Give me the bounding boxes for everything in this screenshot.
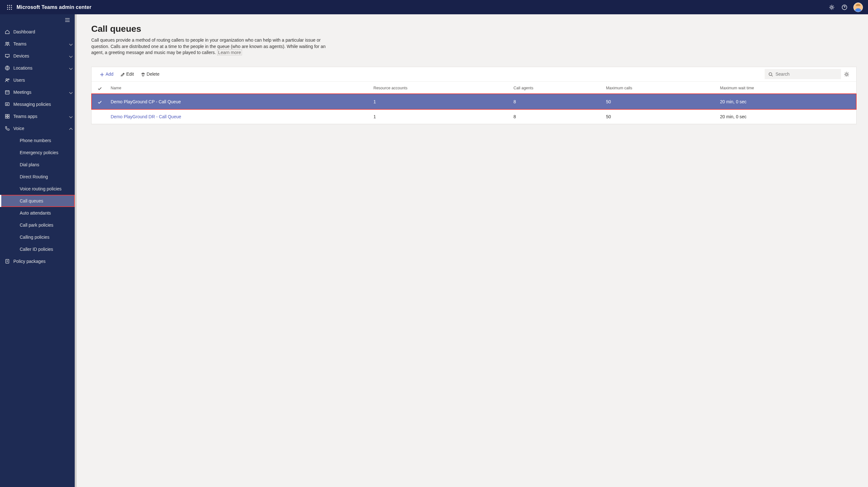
cell-call-agents: 8 xyxy=(510,109,602,124)
search-input[interactable] xyxy=(775,71,838,76)
sidebar-item-label: Voice xyxy=(13,126,66,131)
sidebar-collapse-button[interactable] xyxy=(0,14,75,26)
page-description: Call queues provide a method of routing … xyxy=(91,37,327,56)
sidebar-item-label: Devices xyxy=(13,54,66,59)
sidebar-item-label: Messaging policies xyxy=(13,102,75,107)
table-settings-icon[interactable] xyxy=(841,71,852,76)
sidebar-item-label: Policy packages xyxy=(13,259,75,264)
app-launcher-icon[interactable] xyxy=(3,4,17,10)
sidebar-item-voice[interactable]: Voice xyxy=(0,122,75,134)
page-title: Call queues xyxy=(91,24,857,34)
cell-call-agents: 8 xyxy=(510,94,602,109)
sidebar-item-policy-packages[interactable]: Policy packages xyxy=(0,255,75,267)
column-max-calls[interactable]: Maximum calls xyxy=(602,82,716,94)
product-title: Microsoft Teams admin center xyxy=(17,4,92,10)
cell-max-wait: 20 min, 0 sec xyxy=(716,94,856,109)
row-checkbox[interactable] xyxy=(92,109,107,124)
edit-button[interactable]: Edit xyxy=(117,69,137,79)
main-content: Call queues Call queues provide a method… xyxy=(76,14,868,487)
apps-icon xyxy=(4,113,13,119)
phone-icon xyxy=(4,126,13,131)
chevron-down-icon xyxy=(66,42,75,46)
sidebar-item-users[interactable]: Users xyxy=(0,74,75,86)
cell-max-calls: 50 xyxy=(602,109,716,124)
devices-icon xyxy=(4,53,13,59)
sidebar-item-label: Dashboard xyxy=(13,29,75,34)
user-avatar[interactable] xyxy=(854,3,863,12)
sidebar: DashboardTeamsDevicesLocationsUsersMeeti… xyxy=(0,14,75,487)
help-icon[interactable] xyxy=(838,0,851,14)
cell-resource-accounts: 1 xyxy=(369,94,510,109)
policy-icon xyxy=(4,258,13,264)
sidebar-subitem-dial-plans[interactable]: Dial plans xyxy=(0,159,75,171)
sidebar-subitem-call-queues[interactable]: Call queues xyxy=(0,195,75,207)
chevron-down-icon xyxy=(66,114,75,119)
trash-icon xyxy=(140,72,145,76)
queue-name-link[interactable]: Demo PlayGround CP - Call Queue xyxy=(111,99,181,104)
users-icon xyxy=(4,77,13,83)
search-box[interactable] xyxy=(765,69,841,79)
message-icon xyxy=(4,101,13,107)
sidebar-item-devices[interactable]: Devices xyxy=(0,50,75,62)
sidebar-item-meetings[interactable]: Meetings xyxy=(0,86,75,98)
cell-name: Demo PlayGround CP - Call Queue xyxy=(107,94,369,109)
plus-icon xyxy=(99,72,104,76)
sidebar-item-teams-apps[interactable]: Teams apps xyxy=(0,110,75,122)
sidebar-subitem-emergency-policies[interactable]: Emergency policies xyxy=(0,147,75,159)
home-icon xyxy=(4,29,13,35)
queue-name-link[interactable]: Demo PlayGround DR - Call Queue xyxy=(111,114,181,119)
sidebar-subitem-voice-routing-policies[interactable]: Voice routing policies xyxy=(0,183,75,195)
panel-toolbar: Add Edit Delete xyxy=(92,67,856,82)
settings-gear-icon[interactable] xyxy=(826,0,838,14)
sidebar-item-label: Teams apps xyxy=(13,114,66,119)
sidebar-subitem-calling-policies[interactable]: Calling policies xyxy=(0,231,75,243)
queues-table: Name Resource accounts Call agents Maxim… xyxy=(92,82,856,124)
chevron-down-icon xyxy=(66,54,75,58)
learn-more-link[interactable]: Learn more xyxy=(217,50,242,55)
chevron-down-icon xyxy=(66,90,75,94)
sidebar-subitem-call-park-policies[interactable]: Call park policies xyxy=(0,219,75,231)
row-checkbox[interactable] xyxy=(92,94,107,109)
sidebar-item-label: Users xyxy=(13,77,75,83)
top-bar: Microsoft Teams admin center xyxy=(0,0,868,14)
column-name[interactable]: Name xyxy=(107,82,369,94)
sidebar-subitem-phone-numbers[interactable]: Phone numbers xyxy=(0,134,75,147)
sidebar-item-label: Locations xyxy=(13,65,66,71)
sidebar-subitem-auto-attendants[interactable]: Auto attendants xyxy=(0,207,75,219)
column-resource-accounts[interactable]: Resource accounts xyxy=(369,82,510,94)
sidebar-item-locations[interactable]: Locations xyxy=(0,62,75,74)
pencil-icon xyxy=(120,72,124,76)
table-row[interactable]: Demo PlayGround DR - Call Queue185020 mi… xyxy=(92,109,856,124)
sidebar-item-messaging-policies[interactable]: Messaging policies xyxy=(0,98,75,110)
sidebar-item-dashboard[interactable]: Dashboard xyxy=(0,26,75,38)
table-row[interactable]: Demo PlayGround CP - Call Queue185020 mi… xyxy=(92,94,856,109)
delete-button[interactable]: Delete xyxy=(137,69,162,79)
cell-resource-accounts: 1 xyxy=(369,109,510,124)
sidebar-subitem-direct-routing[interactable]: Direct Routing xyxy=(0,171,75,183)
add-button[interactable]: Add xyxy=(96,69,117,79)
cell-name: Demo PlayGround DR - Call Queue xyxy=(107,109,369,124)
sidebar-subitem-caller-id-policies[interactable]: Caller ID policies xyxy=(0,243,75,255)
column-max-wait[interactable]: Maximum wait time xyxy=(716,82,856,94)
sidebar-item-teams[interactable]: Teams xyxy=(0,38,75,50)
chevron-down-icon xyxy=(66,66,75,70)
sidebar-item-label: Teams xyxy=(13,41,66,46)
search-icon xyxy=(768,71,773,76)
queues-panel: Add Edit Delete xyxy=(91,67,857,124)
chevron-up-icon xyxy=(66,126,75,131)
sidebar-item-label: Meetings xyxy=(13,90,66,95)
globe-icon xyxy=(4,65,13,71)
column-call-agents[interactable]: Call agents xyxy=(510,82,602,94)
column-select[interactable] xyxy=(92,82,107,94)
teams-icon xyxy=(4,41,13,47)
calendar-icon xyxy=(4,89,13,95)
cell-max-calls: 50 xyxy=(602,94,716,109)
cell-max-wait: 20 min, 0 sec xyxy=(716,109,856,124)
